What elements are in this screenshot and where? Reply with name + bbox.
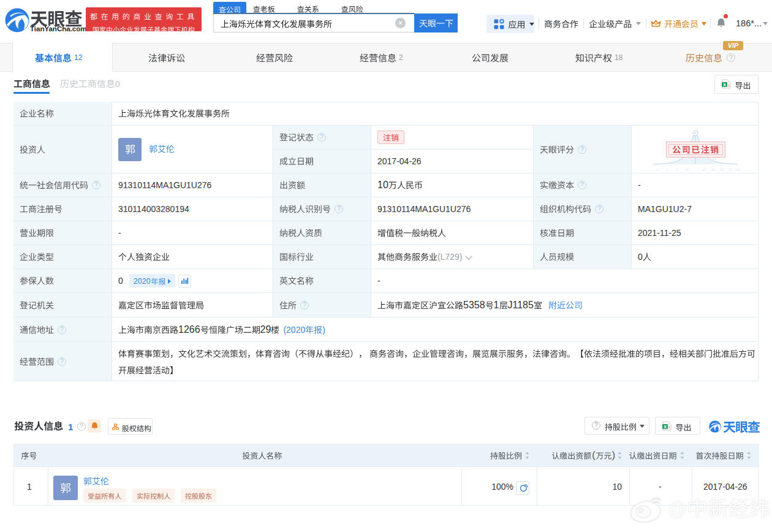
svg-text:60: 60 (711, 168, 715, 172)
svg-text:10: 10 (685, 168, 689, 172)
svg-text:1: 1 (666, 168, 668, 172)
svg-text:100: 100 (735, 168, 740, 172)
svg-text:80: 80 (720, 168, 724, 172)
svg-text:90: 90 (728, 168, 732, 172)
svg-text:40: 40 (702, 168, 706, 172)
svg-text:X: X (664, 425, 667, 429)
svg-text:0: 0 (656, 168, 658, 172)
svg-text:2: 2 (676, 168, 678, 172)
svg-text:X: X (723, 83, 726, 87)
